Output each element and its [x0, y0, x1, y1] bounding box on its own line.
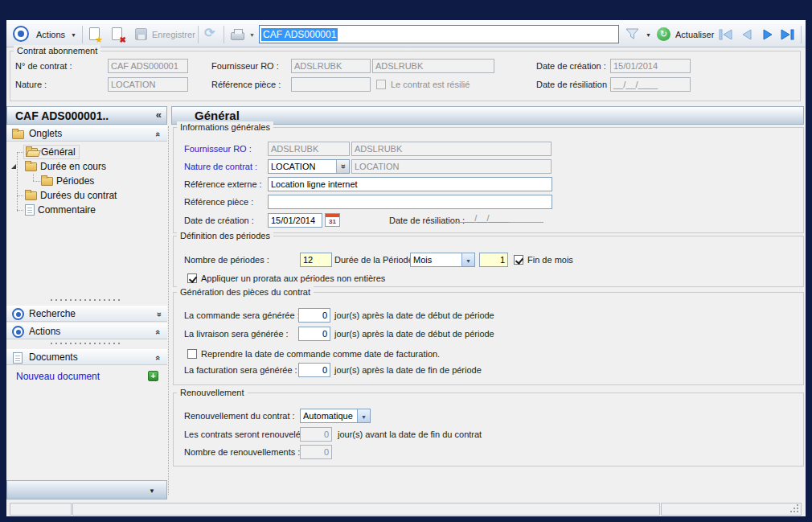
- renewal-type-label: Renouvellement du contrat :: [184, 409, 295, 423]
- refresh-icon[interactable]: ↻: [657, 27, 671, 41]
- tree-item-durees-du-contrat[interactable]: Durées du contrat: [6, 188, 167, 203]
- sidebar-splitter[interactable]: [168, 126, 169, 495]
- sidebar-drag-handle[interactable]: [51, 343, 123, 344]
- resize-grip[interactable]: [790, 504, 798, 512]
- tree-item-label: Durées du contrat: [40, 190, 117, 201]
- add-document-button[interactable]: +: [148, 371, 158, 381]
- new-document-link[interactable]: Nouveau document: [16, 371, 100, 382]
- expand-chevron-icon[interactable]: «: [152, 312, 165, 317]
- supplier-code-field: ADSLRUBK: [291, 59, 371, 73]
- toolbar-separator: [224, 26, 224, 43]
- reference-piece-label: Référence pièce :: [211, 77, 281, 92]
- reuse-order-date-checkbox[interactable]: [187, 349, 197, 359]
- renewal-type-combo-value: Automatique: [303, 409, 356, 422]
- combo-dropdown-button[interactable]: ▼: [357, 409, 370, 422]
- reference-piece-field[interactable]: [268, 195, 552, 209]
- sidebar-bottom-caret-icon[interactable]: ▼: [149, 488, 155, 494]
- toolbar-separator: [198, 26, 199, 43]
- tree-item-general[interactable]: Général: [6, 145, 167, 159]
- panel-recherche-label: Recherche: [29, 308, 76, 319]
- caret-down-icon: ▼: [465, 258, 471, 264]
- renewal-delay-suffix-label: jour(s) avant la date de fin du contrat: [338, 427, 482, 442]
- creation-date-label: Date de création :: [184, 213, 254, 228]
- combo-dropdown-button[interactable]: ▼: [461, 253, 474, 266]
- panel-header-onglets[interactable]: Onglets «: [6, 125, 167, 142]
- contract-nature-combo[interactable]: LOCATION «: [268, 159, 350, 174]
- invoice-suffix-label: jour(s) après la date de fin de période: [334, 363, 482, 377]
- info-group: Informations générales Fournisseur RO : …: [173, 127, 804, 233]
- panel-header-actions[interactable]: Actions «: [6, 323, 167, 339]
- print-button[interactable]: [231, 32, 244, 40]
- folder-icon: [25, 162, 37, 171]
- tree-item-duree-en-cours[interactable]: Durée en cours: [6, 159, 167, 174]
- sidebar-bottom-bar: ▼: [6, 480, 167, 499]
- contract-number-field: CAF ADS000001: [108, 59, 188, 73]
- new-record-button[interactable]: ★: [89, 27, 100, 40]
- collapse-chevron-icon[interactable]: «: [152, 330, 165, 335]
- renewal-delay-field: 0: [300, 427, 332, 442]
- sidebar-collapse-icon[interactable]: «: [156, 109, 162, 121]
- panel-header-documents[interactable]: Documents «: [6, 349, 167, 365]
- status-cell-main: [72, 503, 660, 516]
- renewal-group-title: Renouvellement: [177, 387, 248, 398]
- period-quantity-field[interactable]: 1: [479, 253, 508, 267]
- panel-header-recherche[interactable]: Recherche «: [6, 306, 167, 322]
- period-unit-combo[interactable]: Mois ▼: [410, 253, 475, 267]
- actions-caret-icon[interactable]: ▼: [71, 32, 76, 38]
- tree-item-label: Commentaire: [38, 204, 96, 216]
- nav-previous-button: [738, 28, 756, 41]
- order-suffix-label: jour(s) après la date de début de périod…: [334, 308, 494, 323]
- sync-icon: ⟳: [204, 27, 215, 39]
- end-of-month-checkbox[interactable]: [514, 255, 523, 265]
- save-button: Enregistrer: [152, 29, 195, 40]
- periods-count-field[interactable]: 12: [300, 253, 332, 267]
- creation-date-field: 15/01/2014: [610, 59, 691, 73]
- document-icon: [25, 204, 35, 216]
- folder-open-icon: [26, 148, 38, 157]
- delete-record-button[interactable]: ✖: [112, 27, 122, 40]
- supplier-label: Fournisseur RO :: [211, 59, 279, 73]
- tree-item-label: Périodes: [56, 175, 94, 187]
- combo-lookup-button[interactable]: «: [336, 160, 349, 173]
- renewal-type-combo[interactable]: Automatique ▼: [300, 409, 371, 423]
- sidebar-title: CAF ADS000001..: [15, 109, 109, 122]
- calendar-button[interactable]: 31: [325, 213, 340, 227]
- tree-expander-icon[interactable]: [11, 164, 16, 169]
- actions-menu-button[interactable]: Actions: [36, 29, 65, 40]
- sidebar-drag-handle[interactable]: [51, 299, 123, 301]
- info-group-title: Informations générales: [177, 121, 273, 133]
- page-title: Général: [195, 109, 240, 122]
- terminated-checkbox: [376, 80, 386, 89]
- nav-next-button[interactable]: [759, 28, 777, 41]
- record-id-input[interactable]: CAF ADS000001: [259, 25, 619, 43]
- invoice-days-field[interactable]: 0: [298, 363, 330, 377]
- prorata-checkbox[interactable]: [187, 273, 197, 283]
- collapse-chevron-icon[interactable]: «: [152, 132, 165, 137]
- nav-last-button[interactable]: [778, 28, 796, 41]
- collapse-chevron-icon[interactable]: «: [152, 356, 165, 360]
- tree-item-label: Général: [41, 146, 76, 158]
- end-of-month-label: Fin de mois: [527, 253, 573, 267]
- reference-piece-field: [291, 77, 371, 92]
- terminated-checkbox-label: Le contrat est résilié: [391, 77, 470, 92]
- delivery-days-field[interactable]: 0: [298, 327, 330, 341]
- status-cell-right: [661, 503, 802, 516]
- external-reference-field[interactable]: Location ligne internet: [268, 177, 552, 191]
- print-caret-icon[interactable]: ▼: [249, 32, 255, 38]
- order-days-field[interactable]: 0: [298, 308, 330, 323]
- tree-item-periodes[interactable]: Périodes: [6, 174, 167, 188]
- contract-header-group: Contrat abonnement N° de contrat : CAF A…: [10, 51, 801, 101]
- filter-caret-icon[interactable]: ▼: [646, 32, 651, 38]
- nature-label: Nature :: [15, 77, 47, 92]
- refresh-button[interactable]: Actualiser: [675, 29, 714, 40]
- tree-item-commentaire[interactable]: Commentaire: [6, 203, 167, 217]
- record-id-selected-text: CAF ADS000001: [261, 28, 338, 41]
- order-generated-label: La commande sera générée :: [184, 308, 300, 323]
- generation-group-title: Génération des pièces du contrat: [177, 286, 314, 298]
- folder-icon: [12, 130, 24, 139]
- creation-date-field[interactable]: 15/01/2014: [268, 213, 322, 228]
- filter-funnel-icon[interactable]: [625, 27, 639, 41]
- supplier-label: Fournisseur RO :: [184, 142, 252, 156]
- save-icon: [135, 28, 147, 40]
- supplier-name-field: ADSLRUBK: [372, 59, 494, 73]
